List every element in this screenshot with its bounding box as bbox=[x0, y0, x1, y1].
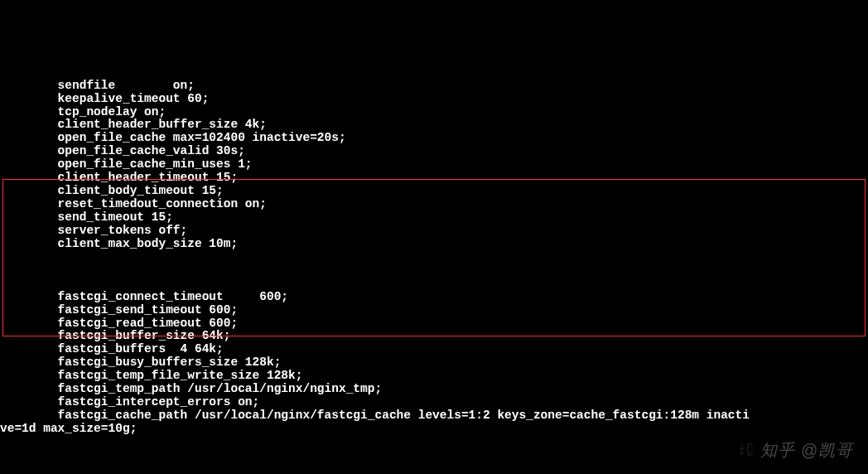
config-line: fastcgi_buffer_size 64k; bbox=[0, 330, 868, 343]
config-line: send_timeout 15; bbox=[0, 211, 868, 225]
config-line: ve=1d max_size=10g; bbox=[0, 423, 868, 436]
config-line: client_body_timeout 15; bbox=[0, 185, 868, 198]
config-line: fastcgi_temp_file_write_size 128k; bbox=[0, 370, 868, 383]
config-line: fastcgi_read_timeout 600; bbox=[0, 317, 868, 331]
config-line: keepalive_timeout 60; bbox=[0, 93, 868, 106]
config-line bbox=[0, 278, 868, 291]
config-line: fastcgi_send_timeout 600; bbox=[0, 304, 868, 317]
config-line: client_header_timeout 15; bbox=[0, 172, 868, 185]
watermark-text: 知乎 @凯哥 bbox=[760, 441, 853, 459]
zhihu-icon bbox=[737, 441, 755, 459]
watermark: 知乎 @凯哥 bbox=[737, 441, 853, 459]
config-line: fastcgi_connect_timeout 600; bbox=[0, 291, 868, 304]
config-block-gzip: gzip on; gzip_min_length 2k; gzip_buffer… bbox=[0, 462, 868, 474]
config-line: open_file_cache max=102400 inactive=20s; bbox=[0, 132, 868, 145]
config-line: client_header_buffer_size 4k; bbox=[0, 118, 868, 132]
config-block-general: sendfile on; keepalive_timeout 60; tcp_n… bbox=[0, 80, 868, 251]
config-line: fastcgi_buffers 4 64k; bbox=[0, 343, 868, 356]
config-line: open_file_cache_min_uses 1; bbox=[0, 158, 868, 172]
terminal-output: sendfile on; keepalive_timeout 60; tcp_n… bbox=[0, 53, 868, 474]
config-line: sendfile on; bbox=[0, 80, 868, 93]
config-line bbox=[0, 462, 868, 474]
config-line: client_max_body_size 10m; bbox=[0, 238, 868, 251]
config-line: tcp_nodelay on; bbox=[0, 106, 868, 119]
config-line: fastcgi_intercept_errors on; bbox=[0, 396, 868, 409]
config-line: server_tokens off; bbox=[0, 225, 868, 238]
config-line: fastcgi_cache_path /usr/local/nginx/fast… bbox=[0, 409, 868, 423]
config-block-fastcgi: fastcgi_connect_timeout 600; fastcgi_sen… bbox=[0, 278, 868, 436]
config-line: reset_timedout_connection on; bbox=[0, 198, 868, 211]
config-line: fastcgi_busy_buffers_size 128k; bbox=[0, 356, 868, 370]
config-line: fastcgi_temp_path /usr/local/nginx/nginx… bbox=[0, 383, 868, 396]
config-line: open_file_cache_valid 30s; bbox=[0, 145, 868, 158]
